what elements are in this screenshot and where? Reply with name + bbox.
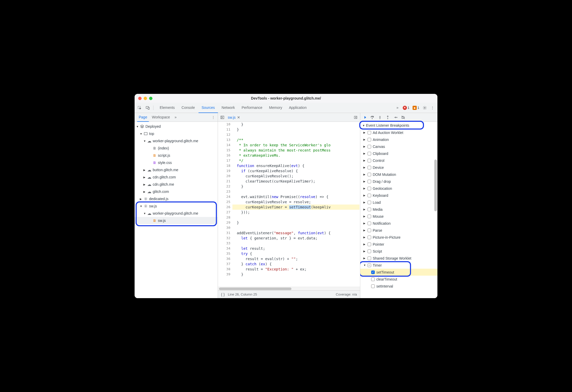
bp-event-cleartimeout[interactable]: clearTimeout xyxy=(360,276,437,283)
bp-category[interactable]: Picture-in-Picture xyxy=(360,234,437,241)
bp-category-timer[interactable]: Timer xyxy=(360,262,437,269)
error-count[interactable]: ✕1 xyxy=(403,106,409,110)
window-controls[interactable] xyxy=(138,97,152,100)
svg-point-11 xyxy=(387,118,388,119)
horizontal-scrollbar[interactable] xyxy=(218,287,360,290)
step-over-icon[interactable] xyxy=(370,115,375,119)
bp-category[interactable]: Clipboard xyxy=(360,150,437,157)
coverage-label: Coverage: n/a xyxy=(336,292,357,296)
bp-event-setinterval[interactable]: setInterval xyxy=(360,283,437,290)
titlebar: DevTools - worker-playground.glitch.me/ xyxy=(135,94,437,103)
close-tab-icon[interactable]: ✕ xyxy=(237,115,240,119)
cursor-position: Line 26, Column 25 xyxy=(228,292,257,296)
bp-category[interactable]: Control xyxy=(360,157,437,164)
toggle-navigator-icon[interactable] xyxy=(219,113,226,122)
debugger-pane: Event Listener Breakpoints Ad Auction Wo… xyxy=(360,113,437,298)
file-tree: Deployed top worker-playground.glitch.me… xyxy=(135,122,218,298)
tab-console[interactable]: Console xyxy=(178,103,198,113)
navigator-sidebar: Page Workspace » ⋮ Deployed top worker-p… xyxy=(135,113,218,298)
tab-elements[interactable]: Elements xyxy=(157,103,178,113)
bp-category[interactable]: Shared Storage Worklet xyxy=(360,255,437,262)
tab-workspace[interactable]: Workspace xyxy=(150,113,172,122)
bp-category[interactable]: Ad Auction Worklet xyxy=(360,129,437,136)
pretty-print-icon[interactable]: { } xyxy=(221,292,225,297)
step-into-icon[interactable] xyxy=(377,115,383,119)
inspect-icon[interactable] xyxy=(137,105,142,110)
tab-memory[interactable]: Memory xyxy=(266,103,285,113)
svg-point-3 xyxy=(424,107,425,108)
tree-file-scriptjs[interactable]: 🗎script.js xyxy=(135,152,218,159)
svg-rect-4 xyxy=(144,132,147,135)
svg-point-9 xyxy=(372,118,372,119)
tab-sources[interactable]: Sources xyxy=(199,103,218,113)
svg-point-10 xyxy=(380,118,380,119)
bp-category[interactable]: Mouse xyxy=(360,213,437,220)
editor-status-bar: { } Line 26, Column 25 Coverage: n/a xyxy=(218,290,360,298)
debugger-controls xyxy=(360,113,437,122)
bp-category[interactable]: Keyboard xyxy=(360,192,437,199)
bp-category[interactable]: Drag / drop xyxy=(360,178,437,185)
tree-deployed[interactable]: Deployed xyxy=(135,123,218,130)
window-title: DevTools - worker-playground.glitch.me/ xyxy=(135,96,437,100)
breakpoint-categories: Ad Auction WorkletAnimationCanvasClipboa… xyxy=(360,129,437,298)
bp-category[interactable]: Load xyxy=(360,199,437,206)
deactivate-breakpoints-icon[interactable] xyxy=(401,115,406,119)
tree-origin[interactable]: worker-playground.glitch.me xyxy=(135,137,218,145)
tree-sw-file[interactable]: 🗎sw.js xyxy=(135,217,218,224)
bp-category[interactable]: Parse xyxy=(360,227,437,234)
bp-category[interactable]: Media xyxy=(360,206,437,213)
event-breakpoints-header[interactable]: Event Listener Breakpoints xyxy=(360,122,437,129)
toggle-debugger-icon[interactable] xyxy=(352,113,359,122)
bp-event-settimeout[interactable]: ✓setTimeout xyxy=(360,269,437,276)
more-tabs-icon[interactable]: » xyxy=(393,103,402,113)
bp-category[interactable]: DOM Mutation xyxy=(360,171,437,178)
kebab-menu-icon[interactable]: ⋮ xyxy=(430,105,435,110)
bp-category[interactable]: Canvas xyxy=(360,143,437,150)
minimize-window-icon[interactable] xyxy=(144,97,147,100)
device-toggle-icon[interactable] xyxy=(145,105,150,110)
resume-icon[interactable] xyxy=(362,115,367,119)
editor-pane: sw.js✕ 101112131415161718192021222324252… xyxy=(218,113,360,298)
code-editor[interactable]: 1011121314151617181920212223242526272829… xyxy=(218,122,360,287)
more-nav-tabs-icon[interactable]: » xyxy=(173,113,178,122)
tree-origin-collapsed[interactable]: button.glitch.me xyxy=(135,166,218,174)
tree-dedicated[interactable]: dedicated.js xyxy=(135,195,218,202)
vertical-scrollbar[interactable] xyxy=(434,160,437,296)
tree-origin-collapsed[interactable]: glitch.com xyxy=(135,188,218,195)
svg-rect-2 xyxy=(148,107,149,109)
editor-tab-swjs[interactable]: sw.js✕ xyxy=(226,113,242,122)
bp-category[interactable]: Notification xyxy=(360,220,437,227)
tab-page[interactable]: Page xyxy=(137,113,149,122)
step-out-icon[interactable] xyxy=(385,115,390,119)
tab-performance[interactable]: Performance xyxy=(238,103,265,113)
close-window-icon[interactable] xyxy=(138,97,142,100)
main-toolbar: ElementsConsoleSourcesNetworkPerformance… xyxy=(135,103,437,113)
svg-point-5 xyxy=(145,198,146,199)
tab-network[interactable]: Network xyxy=(218,103,238,113)
nav-kebab-icon[interactable]: ⋮ xyxy=(211,115,215,119)
svg-point-12 xyxy=(397,117,397,118)
settings-icon[interactable] xyxy=(422,105,427,110)
tree-sw-origin[interactable]: worker-playground.glitch.me xyxy=(135,210,218,217)
tree-origin-collapsed[interactable]: cdn.glitch.com xyxy=(135,174,218,181)
bp-category[interactable]: Script xyxy=(360,248,437,255)
tree-file-stylecss[interactable]: 🗎style.css xyxy=(135,159,218,166)
tree-file-index[interactable]: 🗎(index) xyxy=(135,145,218,152)
svg-point-6 xyxy=(145,206,146,207)
bp-category[interactable]: Pointer xyxy=(360,241,437,248)
tab-application[interactable]: Application xyxy=(286,103,310,113)
tree-origin-collapsed[interactable]: cdn.glitch.me xyxy=(135,181,218,188)
tree-sw-root[interactable]: sw.js xyxy=(135,202,218,210)
tree-top[interactable]: top xyxy=(135,130,218,137)
bp-category[interactable]: Device xyxy=(360,164,437,171)
warning-count[interactable]: ■1 xyxy=(413,106,419,110)
bp-category[interactable]: Animation xyxy=(360,136,437,143)
zoom-window-icon[interactable] xyxy=(149,97,152,100)
step-icon[interactable] xyxy=(393,115,398,119)
bp-category[interactable]: Geolocation xyxy=(360,185,437,192)
